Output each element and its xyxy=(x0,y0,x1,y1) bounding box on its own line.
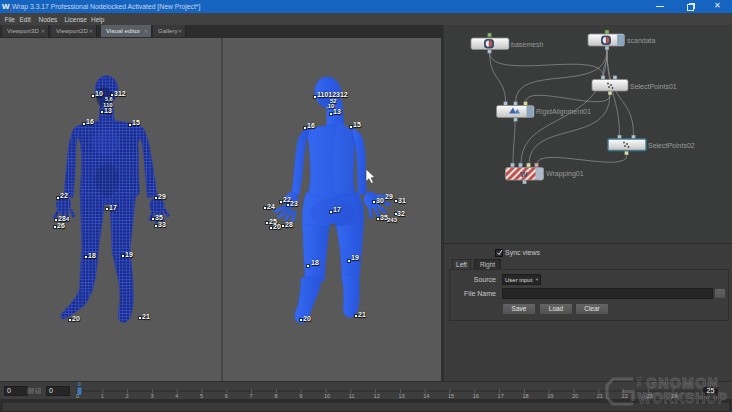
svg-text:W: W xyxy=(520,170,528,179)
svg-text:SelectPoints02: SelectPoints02 xyxy=(648,142,695,149)
svg-text:WORKSHOP: WORKSHOP xyxy=(638,390,728,406)
svg-text:0: 0 xyxy=(78,381,81,387)
svg-text:Wrapping01: Wrapping01 xyxy=(546,170,584,178)
svg-text:basemesh: basemesh xyxy=(511,41,543,48)
svg-text:scandata: scandata xyxy=(627,37,656,44)
svg-text:THE: THE xyxy=(636,376,642,387)
svg-text:RigidAlignment01: RigidAlignment01 xyxy=(536,108,591,116)
svg-text:SelectPoints01: SelectPoints01 xyxy=(630,83,677,90)
